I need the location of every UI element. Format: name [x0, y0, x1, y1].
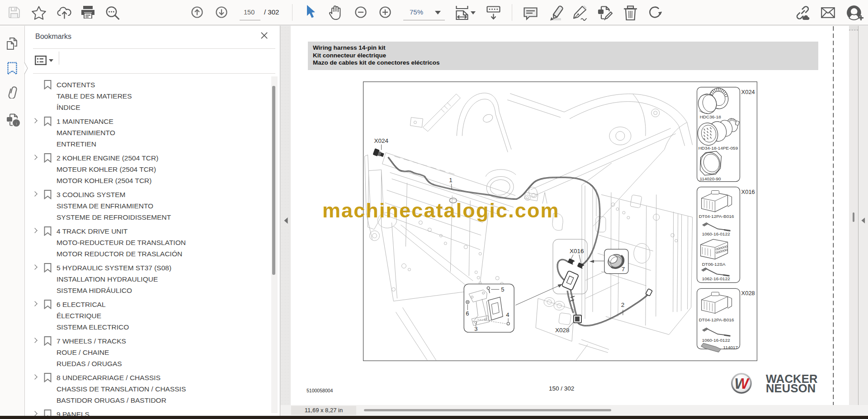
svg-text:DT04-12PA-B016: DT04-12PA-B016 — [699, 317, 734, 322]
svg-text:1: 1 — [449, 177, 452, 184]
svg-text:X028: X028 — [555, 327, 569, 334]
svg-text:1062-16-0122: 1062-16-0122 — [702, 276, 731, 281]
svg-text:4: 4 — [506, 311, 509, 318]
svg-text:1060-16-0122: 1060-16-0122 — [702, 338, 731, 343]
svg-text:3: 3 — [474, 325, 477, 332]
svg-text:X028: X028 — [741, 290, 755, 297]
svg-text:114017: 114017 — [723, 345, 738, 350]
svg-text:5: 5 — [501, 286, 504, 293]
svg-text:X024: X024 — [374, 137, 389, 144]
svg-text:7: 7 — [622, 266, 625, 273]
svg-text:HD34-18-14PE-059: HD34-18-14PE-059 — [698, 146, 738, 151]
svg-text:6: 6 — [466, 310, 469, 317]
svg-text:114020-90: 114020-90 — [700, 176, 721, 181]
svg-text:X016: X016 — [741, 188, 755, 195]
svg-text:X016: X016 — [570, 248, 584, 254]
svg-text:DT04-12PA-B016: DT04-12PA-B016 — [699, 214, 734, 219]
svg-text:X024: X024 — [741, 89, 755, 95]
svg-text:DT06-12SA: DT06-12SA — [702, 262, 726, 267]
svg-text:1060-16-0122: 1060-16-0122 — [702, 231, 731, 236]
svg-text:HDC36-18: HDC36-18 — [700, 114, 722, 119]
svg-text:2: 2 — [621, 301, 625, 308]
